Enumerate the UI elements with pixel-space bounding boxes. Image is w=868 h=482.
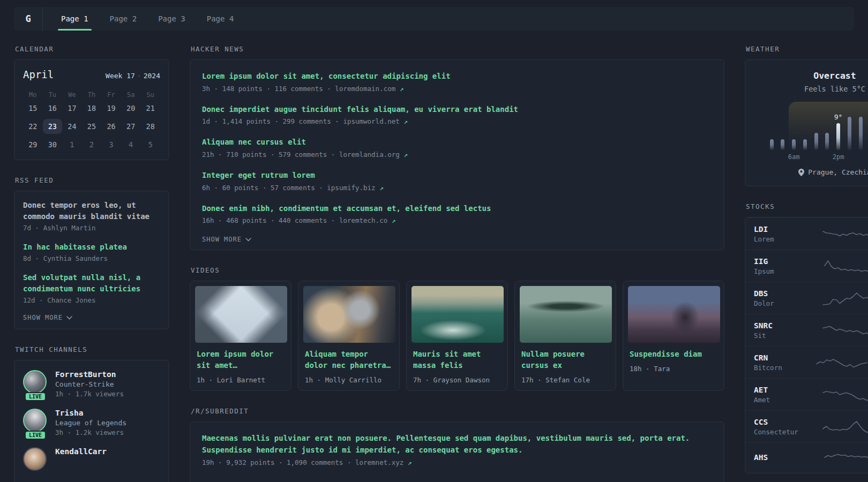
calendar-day[interactable]: 18 [82,101,102,116]
calendar-day[interactable]: 17 [62,101,82,116]
calendar-week-year: Week 17·2024 [106,72,160,80]
twitch-channel-row[interactable]: LIVE Trisha League of Legends 3h · 1.2k … [23,409,160,436]
hackernews-item-domain[interactable]: loremdomain.com [335,85,395,93]
avatar [23,409,47,432]
page-tabs: Page 1 Page 2 Page 3 Page 4 [43,7,252,31]
calendar-day[interactable]: 21 [140,101,160,116]
page-tab[interactable]: Page 3 [152,7,192,31]
twitch-channel-row[interactable]: KendallCarr [23,447,160,471]
subreddit-card: Maecenas mollis pulvinar erat non posuer… [190,421,724,482]
video-card: Nullam posuere cursus ex 17h · Stefan Co… [514,281,616,391]
hackernews-item-domain[interactable]: loremtech.co [339,216,387,224]
calendar-month: April [23,69,54,80]
stock-name: Dolor [754,299,810,307]
calendar-day[interactable]: 23 [43,119,63,134]
stock-row[interactable]: CRN Bitcorn -1.00% $66,171.48 [745,346,868,378]
hackernews-item-title[interactable]: Lorem ipsum dolor sit amet, consectetur … [202,71,712,82]
twitch-channel-game: Counter-Strike [55,380,124,388]
weather-temp-bar [814,133,818,150]
calendar-day[interactable]: 28 [140,119,160,134]
hackernews-show-more-button[interactable]: SHOW MORE [202,236,712,243]
stocks-section-title: STOCKS [746,202,868,210]
stock-sparkline [810,290,868,307]
video-title[interactable]: Suspendisse diam [630,349,717,360]
weather-temp-bar [781,139,784,150]
hackernews-item-domain[interactable]: loremlandia.org [339,150,400,159]
calendar-day[interactable]: 5 [140,137,160,152]
twitch-channel-name[interactable]: ForrestBurton [55,370,124,379]
video-thumbnail[interactable] [628,286,720,343]
hackernews-section-title: HACKER NEWS [191,45,724,53]
page-tab[interactable]: Page 4 [200,7,241,31]
stock-row[interactable]: AET Amet +0.92% $499.72 [745,378,868,410]
hackernews-item-title[interactable]: Aliquam nec cursus elit [202,137,712,148]
video-title[interactable]: Aliquam tempor dolor nec pharetra… [305,349,393,371]
hackernews-item-title[interactable]: Donec enim nibh, condimentum et accumsan… [202,203,712,215]
calendar-day[interactable]: 26 [101,119,121,134]
stock-row[interactable]: LDI Lorem +4.35% $795.18 [745,217,868,250]
app-logo[interactable]: G [14,7,43,31]
calendar-day[interactable]: 19 [101,101,121,116]
subreddit-post-title[interactable]: Maecenas mollis pulvinar erat non posuer… [202,433,712,456]
hackernews-item-stats: 1d · 1,414 points · 299 comments · [202,117,339,125]
weather-hour-cell [844,101,855,162]
calendar-section-title: CALENDAR [15,45,169,53]
video-title[interactable]: Lorem ipsum dolor sit amet consectetu… [197,349,285,371]
calendar-day[interactable]: 25 [82,119,102,134]
stock-row[interactable]: IIG Ipsum +2.84% $42.04 [745,250,868,282]
rss-item-title[interactable]: In hac habitasse platea [23,242,160,253]
calendar-day[interactable]: 2 [82,137,102,152]
video-title[interactable]: Nullam posuere cursus ex [521,349,609,371]
subreddit-post-domain[interactable]: loremnet.xyz [355,458,403,466]
page-tab[interactable]: Page 2 [103,7,144,31]
rss-show-more-button[interactable]: SHOW MORE [23,314,160,321]
video-thumbnail[interactable] [195,286,287,343]
hackernews-item-stats: 16h · 468 points · 440 comments · [202,216,335,224]
hackernews-item-title[interactable]: Integer eget rutrum lorem [202,170,712,182]
stock-row[interactable]: AHS +0.46% [745,442,868,473]
calendar-day[interactable]: 15 [23,101,43,116]
calendar-day[interactable]: 30 [43,137,63,152]
videos-row: Lorem ipsum dolor sit amet consectetu… 1… [190,281,724,391]
calendar-day[interactable]: 1 [62,137,82,152]
stock-row[interactable]: CCS Consectetur +0.51% $165.84 [745,410,868,442]
calendar-day[interactable]: 4 [121,137,141,152]
stock-row[interactable]: DBS Dolor +1.42% $156.28 [745,282,868,314]
hackernews-show-more-label: SHOW MORE [202,236,242,243]
stock-row[interactable]: SNRC Sit +1.36% $148.64 [745,314,868,346]
calendar-day[interactable]: 24 [62,119,82,134]
rss-item: In hac habitasse platea 8d · Cynthia Sau… [23,242,160,262]
calendar-week: Week 17 [106,72,135,80]
twitch-channel-row[interactable]: LIVE ForrestBurton Counter-Strike 1h · 1… [23,370,160,398]
hackernews-item-title[interactable]: Donec imperdiet augue tincidunt felis al… [202,104,712,116]
hackernews-item-domain[interactable]: ipsumify.biz [327,184,375,192]
rss-item-title[interactable]: Donec tempor eros leo, ut commodo mauris… [23,200,160,222]
external-link-icon: ↗ [403,150,408,159]
weather-condition: Overcast [757,71,868,81]
page-tab[interactable]: Page 1 [55,7,95,31]
calendar-day[interactable]: 29 [23,137,43,152]
video-title[interactable]: Mauris sit amet massa felis [413,349,501,371]
video-thumbnail[interactable] [303,286,395,343]
video-thumbnail[interactable] [520,286,612,343]
calendar-day[interactable]: 16 [43,101,63,116]
hackernews-section: HACKER NEWS Lorem ipsum dolor sit amet, … [190,45,724,250]
rss-item: Sed volutpat nulla nisl, a condimentum n… [23,272,160,304]
twitch-channel-name[interactable]: KendallCarr [55,447,107,456]
rss-item-title[interactable]: Sed volutpat nulla nisl, a condimentum n… [23,272,160,295]
stock-id: DBS Dolor [754,289,810,307]
calendar-day[interactable]: 27 [121,119,141,134]
videos-section-title: VIDEOS [191,266,724,274]
page-tab-label: Page 3 [158,14,185,23]
weather-temp-bar [825,133,829,150]
hackernews-item-domain[interactable]: ipsumworld.net [343,117,399,125]
stock-name: Consectetur [754,428,810,436]
main-column: HACKER NEWS Lorem ipsum dolor sit amet, … [190,45,724,482]
calendar-day[interactable]: 3 [101,137,121,152]
weather-location[interactable]: Prague, Czechia [757,168,868,176]
calendar-day[interactable]: 20 [121,101,141,116]
calendar-day[interactable]: 22 [23,119,43,134]
twitch-channel-name[interactable]: Trisha [55,409,126,417]
rss-item-meta: 12d · Chance Jones [23,296,160,304]
video-thumbnail[interactable] [411,286,504,343]
